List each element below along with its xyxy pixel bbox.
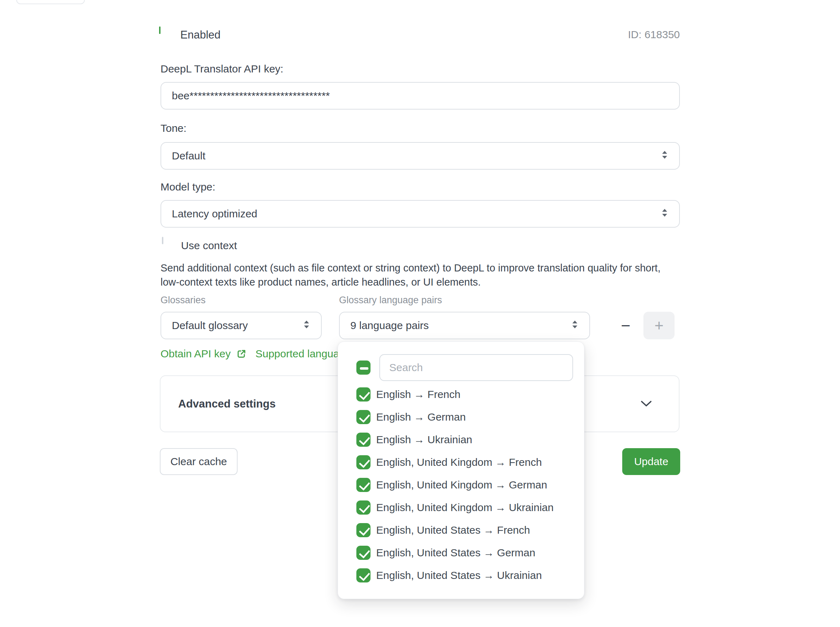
- chevron-down-icon: [640, 400, 652, 408]
- model-type-label: Model type:: [161, 181, 215, 193]
- pair-label: English, United Kingdom → Ukrainian: [376, 501, 554, 514]
- pair-checkbox[interactable]: [356, 433, 370, 447]
- pair-row[interactable]: English, United States → German: [356, 542, 574, 564]
- clear-cache-button[interactable]: Clear cache: [160, 448, 238, 475]
- pair-checkbox[interactable]: [356, 523, 370, 537]
- pair-label: English, United States → French: [376, 524, 530, 536]
- glossary-pairs-label: Glossary language pairs: [339, 295, 442, 306]
- glossaries-select-value: Default glossary: [172, 320, 248, 331]
- obtain-api-key-link[interactable]: Obtain API key: [161, 348, 230, 360]
- glossary-pairs-select[interactable]: 9 language pairs: [339, 312, 590, 339]
- enabled-checkbox[interactable]: [159, 27, 161, 34]
- pair-label: English → Ukrainian: [376, 434, 472, 446]
- clipped-element-top-left: [16, 0, 85, 4]
- pair-row[interactable]: English, United States → French: [356, 519, 574, 542]
- pair-label: English → German: [376, 411, 466, 423]
- language-pairs-dropdown: English → French English → German Englis…: [337, 342, 585, 599]
- api-key-label: DeepL Translator API key:: [161, 63, 283, 75]
- select-updown-icon: [661, 208, 668, 221]
- pair-label: English → French: [376, 388, 460, 400]
- remove-glossary-pair-button[interactable]: −: [615, 312, 637, 339]
- pair-row[interactable]: English, United Kingdom → German: [356, 474, 574, 496]
- api-key-input[interactable]: bee**********************************: [161, 82, 680, 110]
- pairs-search-input[interactable]: [379, 354, 573, 381]
- use-context-description: Send additional context (such as file co…: [161, 261, 673, 289]
- tone-select-value: Default: [172, 150, 205, 162]
- pair-checkbox[interactable]: [356, 455, 370, 469]
- pair-checkbox[interactable]: [356, 388, 370, 402]
- glossaries-select[interactable]: Default glossary: [161, 312, 322, 339]
- add-glossary-pair-button[interactable]: +: [643, 312, 675, 339]
- pairs-list: English → French English → German Englis…: [356, 383, 574, 587]
- pair-checkbox[interactable]: [356, 546, 370, 560]
- pair-checkbox[interactable]: [356, 478, 370, 492]
- select-updown-icon: [661, 150, 668, 162]
- select-updown-icon: [571, 319, 579, 332]
- pair-row[interactable]: English, United States → Ukrainian: [356, 564, 574, 587]
- advanced-settings-label: Advanced settings: [178, 398, 276, 410]
- pair-checkbox[interactable]: [356, 568, 370, 583]
- pair-label: English, United States → Ukrainian: [376, 569, 542, 581]
- links-row: Obtain API key Supported languages: [161, 348, 356, 360]
- entry-id: ID: 618350: [628, 28, 680, 41]
- select-all-pairs-checkbox[interactable]: [356, 361, 370, 375]
- use-context-label: Use context: [181, 239, 237, 252]
- model-type-select[interactable]: Latency optimized: [161, 200, 680, 228]
- model-type-select-value: Latency optimized: [172, 208, 257, 220]
- pair-row[interactable]: English, United Kingdom → Ukrainian: [356, 496, 574, 519]
- pair-row[interactable]: English → French: [356, 383, 574, 406]
- tone-select[interactable]: Default: [161, 142, 680, 170]
- enabled-label: Enabled: [180, 28, 221, 41]
- pair-row[interactable]: English → German: [356, 406, 574, 429]
- pair-row[interactable]: English, United Kingdom → French: [356, 451, 574, 474]
- use-context-checkbox[interactable]: [162, 237, 163, 244]
- tone-label: Tone:: [161, 122, 186, 134]
- pair-checkbox[interactable]: [356, 410, 370, 424]
- pair-checkbox[interactable]: [356, 501, 370, 515]
- pair-label: English, United Kingdom → French: [376, 456, 542, 468]
- glossaries-label: Glossaries: [161, 295, 206, 306]
- pair-row[interactable]: English → Ukrainian: [356, 429, 574, 451]
- update-button[interactable]: Update: [622, 448, 680, 475]
- select-updown-icon: [303, 319, 310, 332]
- pair-label: English, United States → German: [376, 547, 535, 559]
- api-key-value: bee**********************************: [172, 90, 330, 102]
- glossary-pairs-select-value: 9 language pairs: [350, 320, 429, 331]
- pair-label: English, United Kingdom → German: [376, 479, 547, 491]
- external-link-icon: [236, 348, 247, 359]
